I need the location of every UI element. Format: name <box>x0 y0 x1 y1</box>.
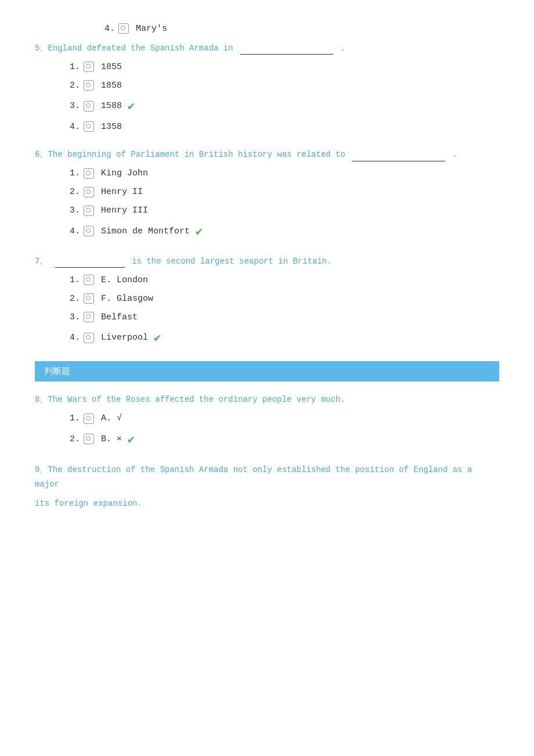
q7-option4: 4. Liverpool ✔ <box>70 330 499 345</box>
option-number: 1. <box>70 168 84 178</box>
option-label: F. Glasgow <box>101 294 153 304</box>
q6-option4: 4. Simon de Montfort ✔ <box>70 224 499 239</box>
question-6-text: 6、The beginning of Parliament in British… <box>35 148 499 161</box>
radio-input[interactable] <box>84 312 94 322</box>
option-label: B. × <box>101 434 122 444</box>
question-9: 9、The destruction of the Spanish Armada … <box>35 463 499 512</box>
correct-checkmark: ✔ <box>154 330 161 345</box>
q7-options: 1. E. London 2. F. Glasgow 3. Belfast 4.… <box>35 275 499 345</box>
q5-blank <box>240 54 333 55</box>
q8-option1: 1. A. √ <box>70 413 499 424</box>
radio-input[interactable] <box>84 62 94 72</box>
option-number: 4. <box>70 122 84 132</box>
option-number: 2. <box>70 294 84 304</box>
section-header-judgement: 判断题 <box>35 361 499 381</box>
option-label: Simon de Montfort <box>101 226 190 236</box>
q6-option1: 1. King John <box>70 168 499 179</box>
radio-input[interactable] <box>84 206 94 216</box>
option-label: 1855 <box>101 62 122 72</box>
radio-inner <box>121 26 125 30</box>
radio-inner <box>86 64 91 69</box>
question-8-text: 8、The Wars of the Roses affected the ord… <box>35 393 499 406</box>
q5-option3: 3. 1588 ✔ <box>70 99 499 113</box>
radio-input[interactable] <box>84 101 94 111</box>
radio-inner <box>86 124 91 128</box>
question-7: 7、 is the second largest seaport in Brit… <box>35 255 499 345</box>
q8-options: 1. A. √ 2. B. × ✔ <box>35 413 499 447</box>
radio-inner <box>86 314 91 319</box>
correct-checkmark: ✔ <box>128 432 135 447</box>
q5-option1: 1. 1855 <box>70 62 499 72</box>
q7-text-post: is the second largest seaport in Britain… <box>132 257 331 266</box>
section-header-label: 判断题 <box>44 367 70 377</box>
option-label: Mary's <box>136 24 167 34</box>
radio-input[interactable] <box>84 333 94 343</box>
option-number: 4. <box>104 24 118 34</box>
radio-input[interactable] <box>84 413 94 424</box>
radio-input[interactable] <box>84 434 94 444</box>
q9-text-line1: 9、The destruction of the Spanish Armada … <box>35 465 472 489</box>
option-number: 2. <box>70 187 84 197</box>
radio-input[interactable] <box>84 80 94 91</box>
option-number: 4. <box>70 226 84 236</box>
option-label: Belfast <box>101 312 138 322</box>
radio-input[interactable] <box>84 226 94 236</box>
option-number: 1. <box>70 275 84 285</box>
radio-inner <box>86 171 91 175</box>
option-label: Henry II <box>101 187 143 197</box>
radio-inner <box>86 208 91 213</box>
question-8: 8、The Wars of the Roses affected the ord… <box>35 393 499 446</box>
q6-option3: 3. Henry III <box>70 206 499 216</box>
option-label: King John <box>101 168 148 178</box>
q5-text-main: 5、England defeated the Spanish Armada in <box>35 44 233 53</box>
option-label: Henry III <box>101 206 148 215</box>
radio-inner <box>86 296 91 300</box>
option-number: 3. <box>70 312 84 322</box>
option-number: 1. <box>70 413 84 423</box>
q7-option3: 3. Belfast <box>70 312 499 322</box>
q6-option2: 2. Henry II <box>70 187 499 197</box>
question-6: 6、The beginning of Parliament in British… <box>35 148 499 238</box>
option-label: 1588 <box>101 101 122 111</box>
q8-option2: 2. B. × ✔ <box>70 432 499 447</box>
question-5-text: 5、England defeated the Spanish Armada in… <box>35 42 499 55</box>
q9-text-line2: its foreign expansion. <box>35 499 142 508</box>
option-label: 1858 <box>101 81 122 91</box>
question-7-text: 7、 is the second largest seaport in Brit… <box>35 255 499 268</box>
radio-input[interactable] <box>84 121 94 132</box>
radio-input[interactable] <box>84 293 94 304</box>
radio-input[interactable] <box>84 275 94 285</box>
correct-checkmark: ✔ <box>128 99 135 113</box>
q6-text-main: 6、The beginning of Parliament in British… <box>35 150 345 159</box>
q5-options: 1. 1855 2. 1858 3. 1588 ✔ 4. 1358 <box>35 62 499 132</box>
option-label: 1358 <box>101 122 122 132</box>
radio-input[interactable] <box>84 168 94 179</box>
option-number: 3. <box>70 101 84 111</box>
question-9-text: 9、The destruction of the Spanish Armada … <box>35 463 499 492</box>
question-5: 5、England defeated the Spanish Armada in… <box>35 42 499 132</box>
q7-option1: 1. E. London <box>70 275 499 285</box>
q6-options: 1. King John 2. Henry II 3. Henry III 4.… <box>35 168 499 239</box>
radio-inner <box>86 228 91 233</box>
option-number: 4. <box>70 333 84 343</box>
q6-blank <box>352 161 445 161</box>
radio-inner <box>86 189 91 194</box>
correct-checkmark: ✔ <box>196 224 203 239</box>
radio-input[interactable] <box>84 187 94 197</box>
option-number: 2. <box>70 434 84 444</box>
radio-inner <box>86 416 91 420</box>
radio-inner <box>86 277 91 282</box>
radio-inner <box>86 436 91 441</box>
option-number: 1. <box>70 62 84 72</box>
q5-trailing: . <box>340 44 345 53</box>
option-number: 2. <box>70 81 84 91</box>
radio-input[interactable] <box>118 23 129 34</box>
q7-blank <box>55 267 125 268</box>
radio-inner <box>86 103 91 108</box>
q7-text-pre: 7、 <box>35 257 48 266</box>
q5-option4: 4. 1358 <box>70 121 499 132</box>
q4-option4: 4. Mary's <box>35 23 499 34</box>
option-label: A. √ <box>101 413 122 423</box>
radio-inner <box>86 82 91 87</box>
option-label: Liverpool <box>101 333 148 343</box>
